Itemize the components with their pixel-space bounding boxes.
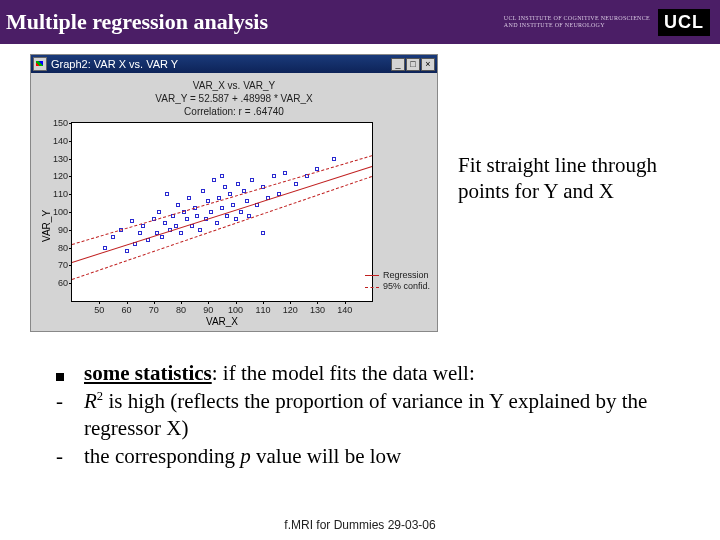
graph-titlebar: Graph2: VAR X vs. VAR Y _ □ × xyxy=(31,55,437,73)
data-point xyxy=(157,210,161,214)
data-point xyxy=(225,214,229,218)
legend-regression: Regression xyxy=(365,270,430,282)
data-point xyxy=(220,206,224,210)
confidence-line xyxy=(72,155,372,245)
system-menu-icon[interactable] xyxy=(33,57,47,71)
y-tick-label: 60 xyxy=(46,278,68,288)
graph-window-title: Graph2: VAR X vs. VAR Y xyxy=(51,58,391,70)
x-tick-label: 140 xyxy=(337,305,352,315)
data-point xyxy=(111,235,115,239)
graph-body: VAR_X vs. VAR_Y VAR_Y = 52.587 + .48998 … xyxy=(31,73,437,331)
data-point xyxy=(250,178,254,182)
graph-heading-line-2: VAR_Y = 52.587 + .48998 * VAR_X xyxy=(35,92,433,105)
data-point xyxy=(332,157,336,161)
data-point xyxy=(215,221,219,225)
legend-confidence: 95% confid. xyxy=(365,281,430,293)
data-point xyxy=(125,249,129,253)
data-point xyxy=(261,231,265,235)
y-tick-label: 100 xyxy=(46,207,68,217)
y-tick-label: 140 xyxy=(46,136,68,146)
maximize-button[interactable]: □ xyxy=(406,58,420,71)
confidence-line xyxy=(72,176,372,280)
x-tick-label: 100 xyxy=(228,305,243,315)
y-tick-label: 120 xyxy=(46,171,68,181)
scatter-plot: Regression 95% confid. 60708090100110120… xyxy=(71,122,373,302)
data-point xyxy=(212,178,216,182)
x-tick-label: 50 xyxy=(94,305,104,315)
institute-line-2: AND INSTITUTE OF NEUROLOGY xyxy=(504,22,650,29)
data-point xyxy=(209,210,213,214)
confidence-swatch-icon xyxy=(365,287,379,288)
content-row: Graph2: VAR X vs. VAR Y _ □ × VAR_X vs. … xyxy=(0,44,720,332)
institute-text: UCL INSTITUTE OF COGNITIVE NEUROSCIENCE … xyxy=(504,15,650,28)
data-point xyxy=(187,196,191,200)
data-point xyxy=(160,235,164,239)
x-tick-label: 90 xyxy=(203,305,213,315)
data-point xyxy=(231,203,235,207)
x-tick-label: 120 xyxy=(283,305,298,315)
institute-line-1: UCL INSTITUTE OF COGNITIVE NEUROSCIENCE xyxy=(504,15,650,22)
y-tick-label: 70 xyxy=(46,260,68,270)
y-tick-label: 130 xyxy=(46,154,68,164)
window-buttons: _ □ × xyxy=(391,58,435,71)
data-point xyxy=(146,238,150,242)
header-right: UCL INSTITUTE OF COGNITIVE NEUROSCIENCE … xyxy=(504,9,710,36)
legend-regression-label: Regression xyxy=(383,270,429,282)
y-tick-label: 80 xyxy=(46,243,68,253)
bullet-sub-1: - R2 is high (reflects the proportion of… xyxy=(56,388,696,443)
data-point xyxy=(163,221,167,225)
data-point xyxy=(103,246,107,250)
plot-legend: Regression 95% confid. xyxy=(365,270,430,293)
data-point xyxy=(198,228,202,232)
data-point xyxy=(283,171,287,175)
dash-bullet-icon: - xyxy=(56,443,84,471)
data-point xyxy=(234,217,238,221)
data-point xyxy=(179,231,183,235)
bullet-sub-2-post: value will be low xyxy=(251,444,401,468)
data-point xyxy=(201,189,205,193)
data-point xyxy=(130,219,134,223)
x-tick-label: 130 xyxy=(310,305,325,315)
data-point xyxy=(185,217,189,221)
graph-heading-line-3: Correlation: r = .64740 xyxy=(35,105,433,118)
data-point xyxy=(223,185,227,189)
y-tick-label: 150 xyxy=(46,118,68,128)
r2-r: R xyxy=(84,389,97,413)
square-bullet-icon xyxy=(56,360,84,388)
bullet-sub-1-rest: is high (reflects the proportion of vari… xyxy=(84,389,647,441)
bullet-sub-2-pre: the corresponding xyxy=(84,444,240,468)
dash-bullet-icon: - xyxy=(56,388,84,443)
minimize-button[interactable]: _ xyxy=(391,58,405,71)
regression-swatch-icon xyxy=(365,275,379,276)
ucl-logo: UCL xyxy=(658,9,710,36)
x-tick-label: 60 xyxy=(122,305,132,315)
bullet-main: some statistics: if the model fits the d… xyxy=(56,360,696,388)
bullet-sub-2: - the corresponding p value will be low xyxy=(56,443,696,471)
data-point xyxy=(220,174,224,178)
data-point xyxy=(236,182,240,186)
close-button[interactable]: × xyxy=(421,58,435,71)
slide-header: Multiple regression analysis UCL INSTITU… xyxy=(0,0,720,44)
y-tick-label: 90 xyxy=(46,225,68,235)
graph-heading-line-1: VAR_X vs. VAR_Y xyxy=(35,79,433,92)
data-point xyxy=(195,214,199,218)
data-point xyxy=(165,192,169,196)
x-axis-label: VAR_X xyxy=(11,316,433,327)
stats-keyword: some statistics xyxy=(84,361,212,385)
data-point xyxy=(141,224,145,228)
y-tick-label: 110 xyxy=(46,189,68,199)
bullet-main-text: some statistics: if the model fits the d… xyxy=(84,360,696,388)
x-tick-label: 80 xyxy=(176,305,186,315)
data-point xyxy=(245,199,249,203)
slide-footer: f.MRI for Dummies 29-03-06 xyxy=(0,518,720,532)
slide-title: Multiple regression analysis xyxy=(6,9,268,35)
bullet-main-rest: : if the model fits the data well: xyxy=(212,361,475,385)
x-tick-label: 110 xyxy=(255,305,270,315)
regression-line xyxy=(72,166,372,263)
data-point xyxy=(272,174,276,178)
figure-caption: Fit straight line through points for Y a… xyxy=(458,152,678,205)
data-point xyxy=(138,231,142,235)
data-point xyxy=(294,182,298,186)
data-point xyxy=(239,210,243,214)
bullet-list: some statistics: if the model fits the d… xyxy=(56,360,696,471)
